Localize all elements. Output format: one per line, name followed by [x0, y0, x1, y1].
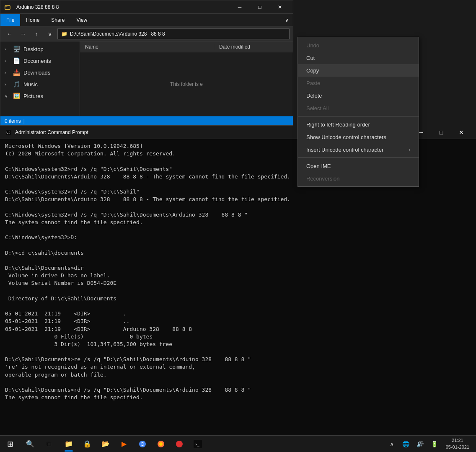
ctx-insert-unicode-label: Insert Unicode control character	[306, 147, 383, 153]
sidebar-item-downloads[interactable]: › 📥 Downloads	[0, 67, 80, 78]
taskbar-terminal[interactable]: >_	[189, 436, 206, 452]
submenu-arrow-icon: ›	[409, 147, 410, 152]
ctx-select-all-label: Select All	[306, 105, 329, 111]
ctx-cut[interactable]: Cut	[298, 52, 419, 64]
ctx-delete-label: Delete	[306, 93, 322, 99]
ctx-copy-label: Copy	[306, 67, 319, 74]
back-button[interactable]: ←	[4, 28, 16, 40]
address-input[interactable]	[70, 31, 286, 37]
clock-time: 21:21	[452, 437, 463, 444]
cmd-app-icon: C:	[5, 129, 12, 136]
menu-expand-button[interactable]: ∨	[281, 17, 293, 23]
chevron-right-icon: ›	[5, 59, 10, 63]
ctx-open-ime-label: Open IME	[306, 163, 331, 169]
desktop-icon: 🖥️	[13, 46, 20, 52]
status-separator: |	[23, 118, 25, 124]
forward-button[interactable]: →	[17, 28, 29, 40]
taskbar-vlc[interactable]: ▶	[116, 436, 132, 452]
ctx-rtl-label: Right to left Reading order	[306, 121, 370, 128]
close-button[interactable]: ✕	[270, 0, 290, 14]
column-header: Name Date modified	[80, 41, 293, 52]
sidebar-item-desktop[interactable]: › 🖥️ Desktop	[0, 43, 80, 55]
sidebar-label-pictures: Pictures	[23, 93, 43, 99]
chevron-right-icon: ›	[5, 70, 10, 75]
explorer-body: › 🖥️ Desktop › 📄 Documents › 📥 Downloads…	[0, 41, 293, 116]
taskbar-pinned-apps: 📁 🔒 📂 ▶ >_	[57, 436, 210, 452]
tray-volume-icon[interactable]: 🔊	[414, 436, 427, 452]
svg-point-8	[141, 443, 144, 445]
taskbar-tray: ∧ 🌐 🔊 🔋 21:21 05-01-2021	[382, 436, 476, 452]
tray-network-icon[interactable]: 🌐	[400, 436, 412, 452]
sidebar-label-desktop: Desktop	[23, 46, 44, 52]
chevron-right-icon: ›	[5, 82, 10, 87]
ctx-undo[interactable]: Undo	[298, 39, 419, 52]
tray-battery-icon[interactable]: 🔋	[428, 436, 441, 452]
empty-folder-text: This folder is e	[170, 81, 203, 87]
start-button[interactable]: ⊞	[0, 436, 20, 452]
address-bar[interactable]: 📁	[57, 28, 290, 39]
svg-text:C:: C:	[6, 130, 11, 134]
ctx-rtl[interactable]: Right to left Reading order	[298, 118, 419, 131]
explorer-title-bar: Arduino 328 88 8 8 ─ □ ✕	[0, 0, 293, 14]
ctx-select-all[interactable]: Select All	[298, 102, 419, 114]
cmd-title-text: Administrator: Command Prompt	[15, 129, 88, 135]
minimize-button[interactable]: ─	[230, 0, 249, 14]
menu-view[interactable]: View	[70, 14, 93, 26]
taskbar: ⊞ 🔍 ⧉ 📁 🔒 📂 ▶ >_	[0, 435, 476, 452]
documents-icon: 📄	[13, 57, 20, 64]
ctx-insert-unicode[interactable]: Insert Unicode control character ›	[298, 143, 419, 156]
pictures-icon: 🖼️	[13, 93, 20, 99]
chevron-right-icon: ›	[5, 47, 10, 52]
music-icon: 🎵	[13, 81, 20, 88]
svg-point-10	[159, 442, 163, 446]
taskbar-chrome[interactable]	[134, 436, 151, 452]
ctx-paste[interactable]: Paste	[298, 77, 419, 89]
taskbar-lock[interactable]: 🔒	[79, 436, 96, 452]
ctx-show-unicode-label: Show Unicode control characters	[306, 134, 386, 140]
sidebar-item-pictures[interactable]: ∨ 🖼️ Pictures	[0, 90, 80, 102]
cmd-maximize-button[interactable]: □	[432, 126, 451, 139]
title-controls: ─ □ ✕	[230, 0, 290, 14]
col-date-header: Date modified	[214, 44, 255, 50]
ctx-delete[interactable]: Delete	[298, 89, 419, 102]
sidebar-item-music[interactable]: › 🎵 Music	[0, 78, 80, 90]
main-content: Name Date modified This folder is e	[80, 41, 293, 116]
taskbar-folder[interactable]: 📂	[97, 436, 114, 452]
maximize-button[interactable]: □	[250, 0, 269, 14]
ctx-cut-label: Cut	[306, 55, 315, 61]
menu-file[interactable]: File	[0, 14, 20, 26]
explorer-window: Arduino 328 88 8 8 ─ □ ✕ File Home Share…	[0, 0, 293, 126]
sidebar-item-documents[interactable]: › 📄 Documents	[0, 55, 80, 67]
clock-date: 05-01-2021	[446, 444, 469, 450]
sidebar: › 🖥️ Desktop › 📄 Documents › 📥 Downloads…	[0, 41, 80, 116]
address-folder-icon: 📁	[61, 31, 67, 37]
downloads-icon: 📥	[13, 69, 20, 76]
ctx-open-ime[interactable]: Open IME	[298, 160, 419, 172]
cmd-close-button[interactable]: ✕	[452, 126, 471, 139]
chevron-down-icon: ∨	[5, 94, 10, 98]
ctx-reconversion[interactable]: Reconversion	[298, 172, 419, 185]
menu-home[interactable]: Home	[20, 14, 45, 26]
ctx-undo-label: Undo	[306, 42, 319, 49]
taskbar-firefox[interactable]	[153, 436, 169, 452]
ctx-copy[interactable]: Copy	[298, 64, 419, 77]
ctx-paste-label: Paste	[306, 80, 320, 86]
task-view-button[interactable]: ⧉	[40, 436, 57, 452]
taskbar-clock[interactable]: 21:21 05-01-2021	[442, 436, 473, 452]
search-button[interactable]: 🔍	[20, 436, 40, 452]
menu-share[interactable]: Share	[45, 14, 70, 26]
taskbar-file-explorer[interactable]: 📁	[60, 436, 77, 452]
recent-locations-button[interactable]: ∨	[44, 28, 56, 40]
item-count: 0 items	[5, 118, 21, 124]
cmd-controls: ─ □ ✕	[411, 126, 471, 139]
explorer-menu-bar: File Home Share View ∨	[0, 14, 293, 26]
ctx-show-unicode[interactable]: Show Unicode control characters	[298, 131, 419, 143]
ctx-reconversion-label: Reconversion	[306, 176, 340, 182]
svg-rect-2	[5, 5, 7, 6]
up-button[interactable]: ↑	[31, 28, 42, 40]
taskbar-firefox-alt[interactable]	[171, 436, 188, 452]
tray-up-arrow[interactable]: ∧	[385, 436, 398, 452]
svg-text:>_: >_	[195, 442, 199, 447]
sidebar-label-documents: Documents	[23, 58, 51, 64]
title-bar-icons	[4, 3, 11, 11]
